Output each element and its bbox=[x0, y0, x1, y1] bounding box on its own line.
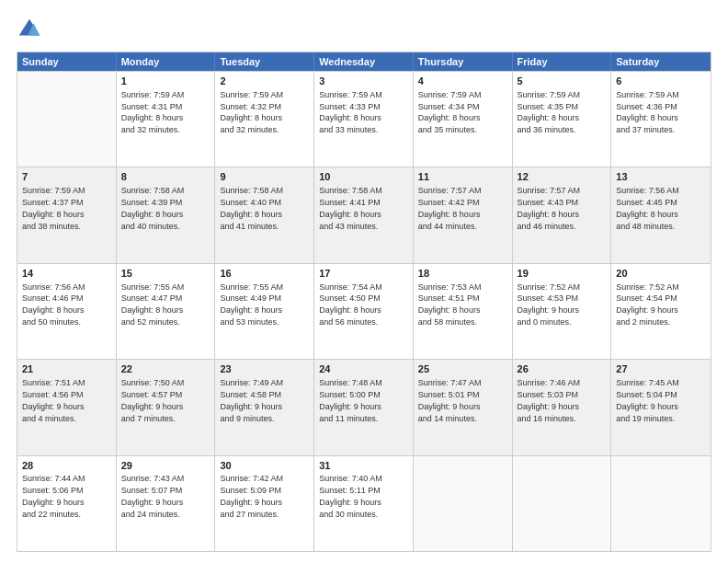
day-info: Sunrise: 7:59 AM Sunset: 4:36 PM Dayligh… bbox=[616, 90, 679, 134]
day-number: 11 bbox=[418, 170, 507, 184]
calendar-cell: 17Sunrise: 7:54 AM Sunset: 4:50 PM Dayli… bbox=[314, 264, 414, 359]
calendar-header-row: SundayMondayTuesdayWednesdayThursdayFrid… bbox=[17, 52, 711, 71]
day-number: 12 bbox=[518, 170, 607, 184]
calendar-cell bbox=[17, 72, 117, 167]
day-number: 20 bbox=[616, 267, 706, 281]
calendar-header-saturday: Saturday bbox=[611, 52, 711, 71]
day-info: Sunrise: 7:55 AM Sunset: 4:47 PM Dayligh… bbox=[121, 282, 185, 327]
day-info: Sunrise: 7:56 AM Sunset: 4:45 PM Dayligh… bbox=[616, 186, 679, 230]
day-number: 2 bbox=[220, 75, 309, 88]
calendar-cell: 23Sunrise: 7:49 AM Sunset: 4:58 PM Dayli… bbox=[215, 360, 314, 454]
day-info: Sunrise: 7:59 AM Sunset: 4:35 PM Dayligh… bbox=[518, 90, 581, 134]
calendar-cell: 20Sunrise: 7:52 AM Sunset: 4:54 PM Dayli… bbox=[611, 264, 711, 359]
day-info: Sunrise: 7:54 AM Sunset: 4:50 PM Dayligh… bbox=[319, 282, 382, 327]
day-info: Sunrise: 7:44 AM Sunset: 5:06 PM Dayligh… bbox=[22, 474, 85, 518]
calendar-cell: 29Sunrise: 7:43 AM Sunset: 5:07 PM Dayli… bbox=[117, 456, 216, 551]
day-number: 23 bbox=[220, 362, 309, 376]
calendar-cell: 10Sunrise: 7:58 AM Sunset: 4:41 PM Dayli… bbox=[314, 167, 414, 262]
day-number: 25 bbox=[418, 362, 507, 376]
day-number: 6 bbox=[616, 75, 706, 88]
calendar-header-thursday: Thursday bbox=[414, 52, 513, 71]
calendar-cell: 9Sunrise: 7:58 AM Sunset: 4:40 PM Daylig… bbox=[215, 167, 314, 262]
day-number: 1 bbox=[121, 75, 210, 88]
header bbox=[17, 17, 711, 42]
day-number: 18 bbox=[418, 267, 507, 281]
calendar-week-4: 21Sunrise: 7:51 AM Sunset: 4:56 PM Dayli… bbox=[17, 359, 711, 454]
calendar-cell: 8Sunrise: 7:58 AM Sunset: 4:39 PM Daylig… bbox=[117, 167, 216, 262]
day-number: 15 bbox=[121, 267, 210, 281]
day-info: Sunrise: 7:52 AM Sunset: 4:54 PM Dayligh… bbox=[616, 282, 679, 327]
day-info: Sunrise: 7:56 AM Sunset: 4:46 PM Dayligh… bbox=[22, 282, 85, 327]
calendar-cell: 7Sunrise: 7:59 AM Sunset: 4:37 PM Daylig… bbox=[17, 167, 117, 262]
calendar-cell: 21Sunrise: 7:51 AM Sunset: 4:56 PM Dayli… bbox=[17, 360, 117, 454]
calendar-cell: 30Sunrise: 7:42 AM Sunset: 5:09 PM Dayli… bbox=[215, 456, 314, 551]
calendar-cell: 4Sunrise: 7:59 AM Sunset: 4:34 PM Daylig… bbox=[414, 72, 513, 167]
calendar-cell bbox=[513, 456, 612, 551]
calendar-cell: 28Sunrise: 7:44 AM Sunset: 5:06 PM Dayli… bbox=[17, 456, 117, 551]
calendar-cell: 6Sunrise: 7:59 AM Sunset: 4:36 PM Daylig… bbox=[611, 72, 711, 167]
calendar-body: 1Sunrise: 7:59 AM Sunset: 4:31 PM Daylig… bbox=[17, 71, 711, 551]
calendar-cell: 16Sunrise: 7:55 AM Sunset: 4:49 PM Dayli… bbox=[215, 264, 314, 359]
day-number: 28 bbox=[22, 459, 111, 473]
calendar-header-tuesday: Tuesday bbox=[215, 52, 314, 71]
calendar-cell bbox=[414, 456, 513, 551]
day-number: 22 bbox=[121, 362, 210, 376]
calendar-week-5: 28Sunrise: 7:44 AM Sunset: 5:06 PM Dayli… bbox=[17, 455, 711, 551]
calendar-header-monday: Monday bbox=[117, 52, 216, 71]
day-number: 10 bbox=[319, 170, 408, 184]
calendar-cell: 18Sunrise: 7:53 AM Sunset: 4:51 PM Dayli… bbox=[414, 264, 513, 359]
day-info: Sunrise: 7:57 AM Sunset: 4:42 PM Dayligh… bbox=[418, 186, 482, 230]
day-info: Sunrise: 7:52 AM Sunset: 4:53 PM Dayligh… bbox=[518, 282, 581, 327]
calendar-header-wednesday: Wednesday bbox=[314, 52, 414, 71]
calendar-cell: 14Sunrise: 7:56 AM Sunset: 4:46 PM Dayli… bbox=[17, 264, 117, 359]
calendar-cell: 24Sunrise: 7:48 AM Sunset: 5:00 PM Dayli… bbox=[314, 360, 414, 454]
day-info: Sunrise: 7:59 AM Sunset: 4:32 PM Dayligh… bbox=[220, 90, 283, 134]
calendar-cell: 12Sunrise: 7:57 AM Sunset: 4:43 PM Dayli… bbox=[513, 167, 612, 262]
calendar-cell: 25Sunrise: 7:47 AM Sunset: 5:01 PM Dayli… bbox=[414, 360, 513, 454]
day-number: 4 bbox=[418, 75, 507, 88]
day-info: Sunrise: 7:59 AM Sunset: 4:37 PM Dayligh… bbox=[22, 186, 85, 230]
calendar-cell bbox=[611, 456, 711, 551]
day-number: 17 bbox=[319, 267, 408, 281]
logo-icon bbox=[17, 17, 42, 42]
day-number: 31 bbox=[319, 459, 408, 473]
day-info: Sunrise: 7:40 AM Sunset: 5:11 PM Dayligh… bbox=[319, 474, 382, 518]
day-info: Sunrise: 7:42 AM Sunset: 5:09 PM Dayligh… bbox=[220, 474, 283, 518]
day-number: 3 bbox=[319, 75, 408, 88]
day-number: 9 bbox=[220, 170, 309, 184]
day-number: 16 bbox=[220, 267, 309, 281]
calendar-week-2: 7Sunrise: 7:59 AM Sunset: 4:37 PM Daylig… bbox=[17, 167, 711, 262]
day-info: Sunrise: 7:59 AM Sunset: 4:34 PM Dayligh… bbox=[418, 90, 482, 134]
calendar-cell: 5Sunrise: 7:59 AM Sunset: 4:35 PM Daylig… bbox=[513, 72, 612, 167]
calendar-week-1: 1Sunrise: 7:59 AM Sunset: 4:31 PM Daylig… bbox=[17, 71, 711, 167]
day-info: Sunrise: 7:48 AM Sunset: 5:00 PM Dayligh… bbox=[319, 378, 382, 422]
day-info: Sunrise: 7:46 AM Sunset: 5:03 PM Dayligh… bbox=[518, 378, 581, 422]
day-info: Sunrise: 7:53 AM Sunset: 4:51 PM Dayligh… bbox=[418, 282, 482, 327]
day-info: Sunrise: 7:43 AM Sunset: 5:07 PM Dayligh… bbox=[121, 474, 185, 518]
day-number: 14 bbox=[22, 267, 111, 281]
calendar-cell: 2Sunrise: 7:59 AM Sunset: 4:32 PM Daylig… bbox=[215, 72, 314, 167]
day-info: Sunrise: 7:49 AM Sunset: 4:58 PM Dayligh… bbox=[220, 378, 283, 422]
day-info: Sunrise: 7:57 AM Sunset: 4:43 PM Dayligh… bbox=[518, 186, 581, 230]
day-number: 8 bbox=[121, 170, 210, 184]
calendar-cell: 11Sunrise: 7:57 AM Sunset: 4:42 PM Dayli… bbox=[414, 167, 513, 262]
page: SundayMondayTuesdayWednesdayThursdayFrid… bbox=[0, 0, 728, 563]
logo bbox=[17, 17, 46, 42]
calendar-cell: 15Sunrise: 7:55 AM Sunset: 4:47 PM Dayli… bbox=[117, 264, 216, 359]
calendar-cell: 13Sunrise: 7:56 AM Sunset: 4:45 PM Dayli… bbox=[611, 167, 711, 262]
day-info: Sunrise: 7:59 AM Sunset: 4:33 PM Dayligh… bbox=[319, 90, 382, 134]
day-number: 27 bbox=[616, 362, 706, 376]
calendar-cell: 1Sunrise: 7:59 AM Sunset: 4:31 PM Daylig… bbox=[117, 72, 216, 167]
calendar-cell: 31Sunrise: 7:40 AM Sunset: 5:11 PM Dayli… bbox=[314, 456, 414, 551]
day-number: 26 bbox=[518, 362, 607, 376]
calendar-header-sunday: Sunday bbox=[17, 52, 117, 71]
calendar-cell: 19Sunrise: 7:52 AM Sunset: 4:53 PM Dayli… bbox=[513, 264, 612, 359]
day-number: 30 bbox=[220, 459, 309, 473]
calendar-cell: 26Sunrise: 7:46 AM Sunset: 5:03 PM Dayli… bbox=[513, 360, 612, 454]
calendar-header-friday: Friday bbox=[513, 52, 612, 71]
calendar-cell: 22Sunrise: 7:50 AM Sunset: 4:57 PM Dayli… bbox=[117, 360, 216, 454]
day-number: 5 bbox=[518, 75, 607, 88]
day-info: Sunrise: 7:59 AM Sunset: 4:31 PM Dayligh… bbox=[121, 90, 185, 134]
day-number: 24 bbox=[319, 362, 408, 376]
day-number: 21 bbox=[22, 362, 111, 376]
